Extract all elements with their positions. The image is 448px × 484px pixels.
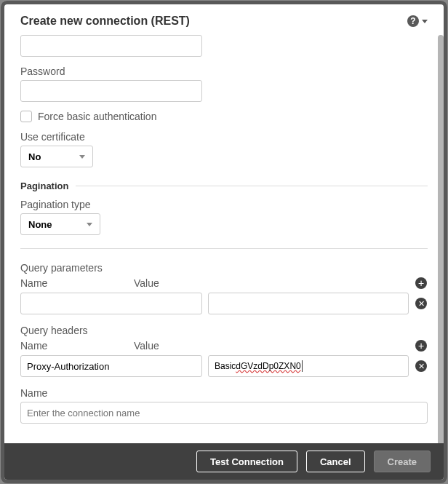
password-field: Password — [20, 66, 428, 102]
add-query-param-button[interactable]: + — [415, 277, 428, 290]
connection-name-input[interactable] — [20, 402, 428, 424]
use-certificate-value: No — [28, 151, 41, 162]
pagination-type-field: Pagination type None — [20, 199, 428, 235]
plus-icon: + — [415, 277, 427, 289]
qh-value-token: dGVzdDp0ZXN0 — [236, 361, 300, 371]
unnamed-field — [20, 35, 428, 57]
qh-value-prefix: Basic — [215, 361, 236, 371]
chevron-down-icon — [79, 155, 85, 159]
text-input[interactable] — [20, 35, 202, 57]
qp-name-input[interactable] — [20, 293, 202, 314]
chevron-down-icon — [422, 20, 428, 23]
qh-name-input[interactable] — [20, 355, 202, 377]
close-icon: ✕ — [415, 360, 427, 372]
use-certificate-select[interactable]: No — [20, 146, 93, 167]
qp-value-input[interactable] — [208, 293, 409, 314]
remove-query-param-button[interactable]: ✕ — [415, 297, 428, 310]
close-icon: ✕ — [415, 298, 427, 309]
qh-value-input[interactable]: Basic dGVzdDp0ZXN0 — [208, 355, 409, 377]
help-menu[interactable]: ? — [407, 15, 428, 27]
add-query-header-button[interactable]: + — [415, 339, 428, 352]
help-icon: ? — [407, 15, 419, 27]
query-parameters-header: Name Value + — [20, 277, 428, 290]
text-cursor — [302, 360, 303, 372]
create-button[interactable]: Create — [374, 451, 431, 472]
qh-name-col: Name — [20, 340, 134, 352]
force-basic-row: Force basic authentication — [20, 111, 428, 122]
query-headers-section: Query headers Name Value + Basic dGVzdDp… — [20, 325, 428, 377]
divider — [76, 186, 428, 186]
query-parameters-label: Query parameters — [20, 262, 428, 274]
remove-query-header-button[interactable]: ✕ — [415, 360, 428, 373]
password-label: Password — [20, 66, 428, 77]
use-certificate-field: Use certificate No — [20, 131, 428, 167]
connection-name-label: Name — [20, 387, 428, 399]
use-certificate-label: Use certificate — [20, 131, 428, 143]
test-connection-button[interactable]: Test Connection — [196, 451, 297, 472]
scrollbar-thumb[interactable] — [438, 35, 444, 443]
plus-icon: + — [415, 340, 427, 352]
dialog-content: Password Force basic authentication Use … — [4, 35, 444, 443]
qh-value-col: Value — [134, 340, 415, 352]
force-basic-checkbox[interactable] — [20, 111, 32, 122]
query-parameters-section: Query parameters Name Value + ✕ — [20, 262, 428, 314]
pagination-section-header: Pagination — [20, 180, 428, 191]
password-input[interactable] — [20, 80, 202, 102]
query-header-row: Basic dGVzdDp0ZXN0 ✕ — [20, 355, 428, 377]
query-param-row: ✕ — [20, 293, 428, 314]
query-headers-header: Name Value + — [20, 339, 428, 352]
force-basic-label: Force basic authentication — [38, 111, 156, 122]
dialog-footer: Test Connection Cancel Create — [4, 443, 444, 480]
qp-value-col: Value — [134, 277, 415, 289]
pagination-type-select[interactable]: None — [20, 213, 100, 235]
pagination-type-value: None — [28, 219, 52, 230]
pagination-section-title: Pagination — [20, 180, 68, 191]
chevron-down-icon — [87, 223, 92, 226]
cancel-button[interactable]: Cancel — [306, 451, 365, 472]
connection-name-field: Name — [20, 387, 428, 424]
dialog: Create new connection (REST) ? Password … — [4, 4, 444, 480]
scrollbar-track — [438, 35, 444, 443]
dialog-header: Create new connection (REST) ? — [4, 4, 444, 35]
query-headers-label: Query headers — [20, 325, 428, 336]
qp-name-col: Name — [20, 277, 134, 289]
divider — [20, 248, 428, 249]
pagination-type-label: Pagination type — [20, 199, 428, 210]
dialog-title: Create new connection (REST) — [20, 15, 190, 28]
